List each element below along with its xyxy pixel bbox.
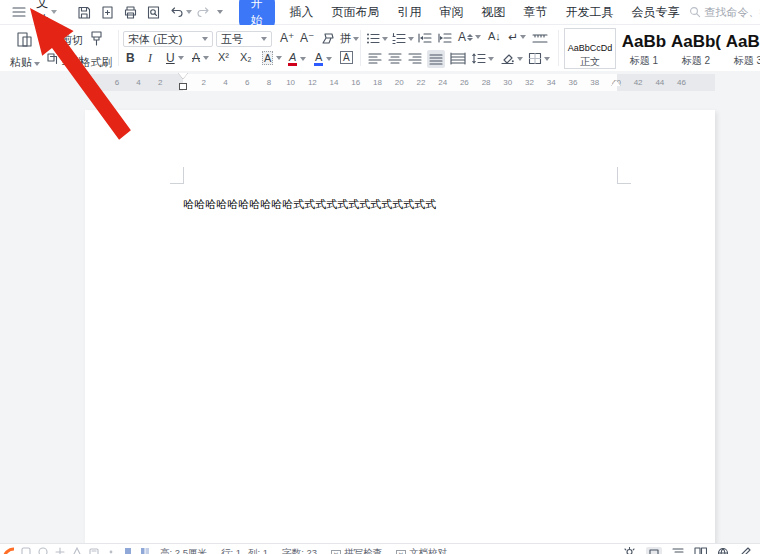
bold-button[interactable]: B [126,51,135,65]
distribute-text-icon[interactable] [450,52,466,65]
status-tool-icon[interactable] [89,547,99,554]
ruler-number: 10 [280,74,302,91]
spell-check-checkbox[interactable]: ✕ [331,550,341,554]
more-commands-icon[interactable] [217,10,223,14]
menu-tab[interactable]: 章节 [524,4,548,21]
font-size-select[interactable]: 五号 [216,31,272,47]
grow-font-button[interactable]: A⁺ [280,31,294,45]
spell-check-toggle[interactable]: ✕拼写检查 [331,547,382,554]
bullets-button[interactable] [366,32,388,45]
search-icon [689,6,701,18]
status-tool-icon[interactable] [123,547,133,554]
menu-tab[interactable]: 会员专享 [632,4,680,21]
superscript-button[interactable]: X² [218,51,229,63]
print-preview-icon[interactable] [146,5,161,20]
style-heading3[interactable]: AaBb 标题 3 [723,28,760,67]
shrink-font-button[interactable]: A⁻ [300,31,314,45]
hamburger-menu-icon[interactable] [12,6,26,18]
highlight-button[interactable]: A [288,51,306,66]
style-sample: AaBb( [671,28,721,52]
redo-icon[interactable] [196,6,211,19]
paste-button[interactable]: 粘贴 [6,29,44,70]
format-painter-label: 格式刷 [76,55,116,70]
char-shading-button[interactable]: A [262,51,282,65]
view-page-icon[interactable] [646,547,662,554]
menu-tab[interactable]: 审阅 [440,4,464,21]
style-name: 标题 2 [671,54,721,68]
proofing-checkbox[interactable]: ✕ [396,550,406,554]
view-outline-icon[interactable] [672,547,684,554]
ruler-number: 34 [540,74,562,91]
status-tool-icon[interactable] [38,547,48,554]
status-tool-icon[interactable] [140,547,150,554]
proofing-label: 文档校对 [409,547,447,554]
format-painter-button[interactable]: 格式刷 [76,29,116,70]
style-normal[interactable]: AaBbCcDd 正文 [564,28,616,69]
eye-protection-icon[interactable] [623,547,636,554]
sort-button[interactable]: A↓ [488,30,501,42]
style-heading1[interactable]: AaBb 标题 1 [619,28,669,67]
search-box[interactable]: 查找命令、搜索模板 [689,5,760,20]
view-web-icon[interactable] [717,547,729,554]
print-icon[interactable] [123,5,138,20]
edit-pen-icon[interactable] [739,547,751,554]
menu-tab[interactable]: 插入 [290,4,314,21]
menu-tab[interactable]: 引用 [398,4,422,21]
shading-button[interactable] [500,52,523,65]
export-pdf-icon[interactable] [100,5,115,20]
underline-button[interactable]: U [166,51,184,65]
save-icon[interactable] [77,5,92,20]
style-heading2[interactable]: AaBb( 标题 2 [671,28,721,67]
document-text[interactable]: 哈哈哈哈哈哈哈哈哈哈式式式式式式式式式式式式式 [183,197,436,212]
char-shading-glyph: A [262,51,273,65]
ruler-numbers: 6422468101214161820222426283032343638404… [106,74,692,91]
show-marks-button[interactable]: ↵ [508,30,526,44]
spell-check-label: 拼写检查 [344,547,382,554]
document-page[interactable]: 哈哈哈哈哈哈哈哈哈哈式式式式式式式式式式式式式 [85,110,715,554]
char-border-button[interactable]: A [340,51,353,64]
borders-button[interactable] [528,52,550,65]
undo-icon[interactable] [169,6,184,19]
increase-indent-icon[interactable] [438,32,452,45]
phonetic-guide-button[interactable]: 拼 [340,31,359,46]
margin-mark-top-right [617,167,631,184]
align-left-icon[interactable] [368,52,382,65]
font-size-value: 五号 [221,32,243,47]
numbering-button[interactable] [392,32,414,45]
status-tool-icon[interactable] [55,547,65,554]
ruler-number: 32 [519,74,541,91]
font-color-button[interactable]: A [314,51,332,66]
line-spacing-button[interactable] [472,52,494,65]
align-justify-icon[interactable] [427,50,445,68]
ruler-number: 26 [454,74,476,91]
status-tool-icon[interactable] [72,547,82,554]
font-name-select[interactable]: 宋体 (正文) [123,31,213,47]
clear-format-icon[interactable] [320,32,334,45]
align-center-icon[interactable] [388,52,402,65]
ruler-number: 28 [475,74,497,91]
undo-dropdown-icon[interactable] [186,10,192,14]
menu-tab[interactable]: 视图 [482,4,506,21]
wps-logo-icon[interactable] [2,547,15,554]
status-tool-icon[interactable] [106,547,116,554]
document-area[interactable]: 哈哈哈哈哈哈哈哈哈哈式式式式式式式式式式式式式 [0,95,760,554]
menu-tab[interactable]: 页面布局 [332,4,380,21]
subscript-button[interactable]: X₂ [240,51,252,63]
left-indent-marker[interactable] [179,83,187,90]
first-line-indent-marker[interactable] [178,73,188,79]
decrease-indent-icon[interactable] [418,32,432,45]
status-tool-icon[interactable] [21,547,31,554]
proofing-toggle[interactable]: ✕文档校对 [396,547,447,554]
style-name: 正文 [565,55,615,69]
view-multipage-icon[interactable] [694,547,707,554]
file-menu-chevron-icon[interactable] [51,10,57,14]
align-right-icon[interactable] [408,52,422,65]
ruler-number: 2 [149,74,171,91]
right-indent-marker[interactable] [611,80,621,86]
text-effects-button[interactable]: A [458,30,481,44]
word-count[interactable]: 字数: 23 [282,547,317,554]
menu-tab[interactable]: 开发工具 [566,4,614,21]
strikethrough-button[interactable]: A [192,51,209,65]
char-scale-icon[interactable] [532,32,548,45]
italic-button[interactable]: I [148,51,152,66]
